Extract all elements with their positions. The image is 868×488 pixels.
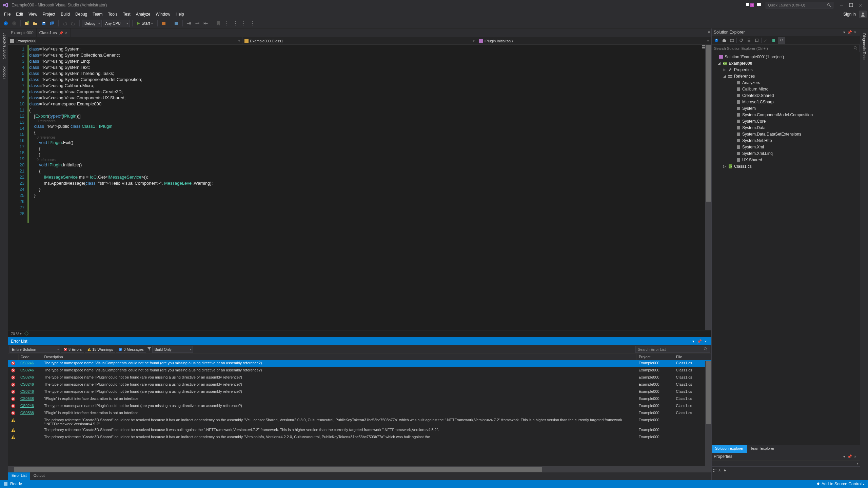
- error-row[interactable]: CS0246The type or namespace name 'Visual…: [8, 367, 711, 374]
- error-row[interactable]: CS0246The type or namespace name 'IPlugi…: [8, 389, 711, 396]
- rail-tab-server-explorer[interactable]: Server Explorer: [1, 30, 7, 62]
- forward-button[interactable]: [11, 20, 18, 27]
- toolbar-btn-2[interactable]: [173, 20, 180, 27]
- col-file[interactable]: File: [674, 354, 711, 360]
- build-filter-dropdown[interactable]: Build Only: [152, 346, 193, 353]
- error-code[interactable]: CS0246: [18, 389, 42, 396]
- tab-solution-explorer[interactable]: Solution Explorer: [712, 445, 747, 453]
- start-button[interactable]: Start ▾: [135, 20, 155, 27]
- pin-panel-icon[interactable]: 📌: [847, 30, 852, 35]
- notification-flag-icon[interactable]: 1: [746, 3, 754, 7]
- reference-item[interactable]: System.Xml: [712, 144, 860, 150]
- menu-edit[interactable]: Edit: [13, 11, 26, 18]
- panel-menu-icon[interactable]: ▾: [842, 30, 847, 35]
- menu-help[interactable]: Help: [173, 11, 187, 18]
- quick-launch-input[interactable]: Quick Launch (Ctrl+Q): [766, 2, 833, 8]
- rail-tab-diagnostic-tools[interactable]: Diagnostic Tools: [862, 30, 867, 63]
- props-events-button[interactable]: [723, 468, 727, 474]
- toolbar-btn-4[interactable]: ⋮: [232, 20, 239, 27]
- close-tab-icon[interactable]: ×: [65, 30, 67, 35]
- error-list-horizontal-scrollbar[interactable]: [8, 466, 711, 472]
- props-alphabetical-button[interactable]: A: [718, 468, 722, 474]
- reference-item[interactable]: Caliburn.Micro: [712, 86, 860, 92]
- error-list-header[interactable]: Error List ▾ 📌 ×: [8, 338, 711, 345]
- errors-filter-button[interactable]: 8 Errors: [61, 346, 84, 353]
- error-row[interactable]: The primary reference "Create3D.Shared" …: [8, 417, 711, 427]
- error-row[interactable]: The primary reference "Create3D.Shared" …: [8, 427, 711, 434]
- properties-object-dropdown[interactable]: ▾: [712, 461, 860, 467]
- menu-file[interactable]: File: [1, 11, 13, 18]
- project-node[interactable]: ◢C#Example000: [712, 60, 860, 66]
- menu-debug[interactable]: Debug: [73, 11, 90, 18]
- col-code[interactable]: Code: [18, 354, 42, 360]
- solution-explorer-header[interactable]: Solution Explorer ▾ 📌 ×: [712, 28, 860, 36]
- col-project[interactable]: Project: [637, 354, 674, 360]
- zoom-level[interactable]: 70 % ▾: [11, 332, 22, 336]
- messages-filter-button[interactable]: i 0 Messages: [116, 346, 146, 353]
- se-back-button[interactable]: [713, 37, 720, 44]
- reference-item[interactable]: Analyzers: [712, 79, 860, 86]
- menu-test[interactable]: Test: [120, 11, 133, 18]
- se-preview-button[interactable]: [770, 37, 777, 44]
- reference-item[interactable]: System.ComponentModel.Composition: [712, 111, 860, 118]
- filter-button[interactable]: [147, 346, 152, 352]
- properties-header[interactable]: Properties ▾ 📌 ×: [712, 453, 860, 460]
- error-list-table[interactable]: Code Description Project File CS0246The …: [8, 354, 711, 466]
- reference-item[interactable]: UX.Shared: [712, 157, 860, 163]
- pin-panel-icon[interactable]: 📌: [696, 339, 703, 344]
- doc-tab-project[interactable]: Example000: [8, 28, 37, 37]
- toolbar-btn-1[interactable]: [160, 20, 167, 27]
- error-row[interactable]: The primary reference "Create3D.Shared" …: [8, 434, 711, 441]
- reference-item[interactable]: System.Data.DataSetExtensions: [712, 131, 860, 137]
- config-dropdown[interactable]: Debug: [82, 20, 102, 27]
- source-control-link[interactable]: Add to Source Control: [822, 482, 862, 486]
- error-code[interactable]: CS0246: [18, 374, 42, 382]
- nav-member-dropdown[interactable]: IPlugin.Initialize(): [477, 37, 711, 45]
- se-properties-button[interactable]: [763, 37, 769, 44]
- reference-item[interactable]: Create3D.Shared: [712, 92, 860, 99]
- references-node[interactable]: ◢References: [712, 73, 860, 79]
- error-list-vertical-scrollbar[interactable]: [705, 361, 711, 466]
- reference-item[interactable]: Microsoft.CSharp: [712, 99, 860, 105]
- bottom-tab-output[interactable]: Output: [30, 472, 48, 480]
- toolbar-btn-6[interactable]: ⋮: [249, 20, 256, 27]
- solution-explorer-search[interactable]: Search Solution Explorer (Ctrl+;): [712, 45, 860, 52]
- step-out-button[interactable]: ⇤: [202, 20, 210, 27]
- reference-item[interactable]: System.Data: [712, 124, 860, 131]
- error-row[interactable]: CS0246The type or namespace name 'Visual…: [8, 360, 711, 367]
- se-sync-button[interactable]: [729, 37, 735, 44]
- code-area[interactable]: class="kw">using System;class="kw">using…: [29, 45, 705, 330]
- error-code[interactable]: CS0246: [18, 382, 42, 389]
- tabs-overflow-icon[interactable]: ▾: [708, 30, 710, 35]
- error-list-search[interactable]: Search Error List: [635, 346, 710, 353]
- rail-tab-toolbox[interactable]: Toolbox: [1, 64, 7, 82]
- se-view-code-button[interactable]: [778, 37, 785, 44]
- close-panel-icon[interactable]: ×: [852, 454, 858, 459]
- step-into-button[interactable]: ⇥: [185, 20, 193, 27]
- se-showall-button[interactable]: [753, 37, 760, 44]
- avatar-icon[interactable]: [859, 11, 867, 18]
- undo-button[interactable]: [61, 20, 68, 27]
- menu-team[interactable]: Team: [90, 11, 105, 18]
- menu-analyze[interactable]: Analyze: [133, 11, 153, 18]
- menu-window[interactable]: Window: [153, 11, 173, 18]
- back-button[interactable]: [2, 20, 9, 27]
- warnings-filter-button[interactable]: 15 Warnings: [85, 346, 115, 353]
- panel-menu-icon[interactable]: ▾: [842, 454, 847, 459]
- menu-project[interactable]: Project: [40, 11, 58, 18]
- se-home-button[interactable]: [721, 37, 728, 44]
- error-row[interactable]: CS0246The type or namespace name 'IPlugi…: [8, 403, 711, 410]
- new-project-button[interactable]: [23, 20, 31, 27]
- toolbar-btn-3[interactable]: ⋮: [223, 20, 231, 27]
- platform-dropdown[interactable]: Any CPU: [103, 20, 130, 27]
- close-panel-icon[interactable]: ×: [703, 339, 709, 343]
- menu-tools[interactable]: Tools: [105, 11, 120, 18]
- menu-build[interactable]: Build: [58, 11, 73, 18]
- publish-icon[interactable]: [816, 482, 820, 486]
- reference-item[interactable]: System.Net.Http: [712, 137, 860, 144]
- class-file-node[interactable]: ▷C#Class1.cs: [712, 163, 860, 169]
- nav-project-dropdown[interactable]: Example000: [8, 37, 242, 45]
- solution-node[interactable]: Solution 'Example000' (1 project): [712, 54, 860, 60]
- tab-team-explorer[interactable]: Team Explorer: [747, 445, 778, 453]
- error-code[interactable]: [18, 417, 42, 427]
